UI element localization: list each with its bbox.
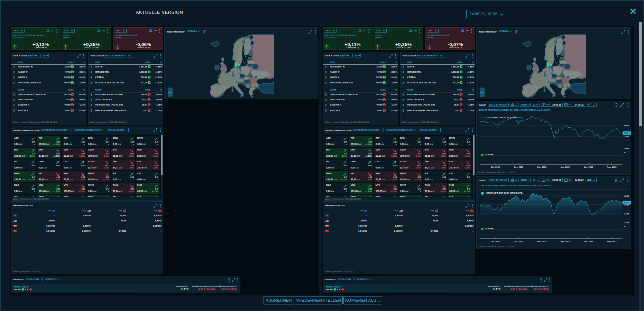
svg-text:3400: 3400	[624, 213, 629, 215]
svg-text:5656,7: 5656,7	[624, 132, 630, 134]
svg-text:0: 0	[624, 152, 626, 154]
svg-text:Jun. 2022: Jun. 2022	[584, 166, 594, 168]
svg-text:3500: 3500	[624, 136, 629, 138]
svg-text:Okt. 2021: Okt. 2021	[491, 166, 500, 168]
svg-text:3000: 3000	[624, 147, 629, 149]
svg-text:0: 0	[624, 226, 626, 228]
svg-text:Jun. 2022: Jun. 2022	[584, 240, 594, 243]
svg-text:Feb. 2022: Feb. 2022	[537, 166, 547, 168]
svg-text:Feb. 2022: Feb. 2022	[537, 240, 547, 243]
svg-text:Apr. 2022: Apr. 2022	[561, 166, 570, 168]
svg-text:Aug. 2022: Aug. 2022	[607, 240, 617, 243]
svg-text:3200: 3200	[624, 221, 629, 223]
svg-text:4000: 4000	[624, 125, 629, 127]
svg-text:3645,74: 3645,74	[624, 202, 631, 204]
svg-text:Okt. 2021: Okt. 2021	[491, 240, 500, 243]
svg-text:Dez. 2021: Dez. 2021	[514, 240, 524, 243]
svg-text:Aug. 2022: Aug. 2022	[607, 166, 617, 168]
svg-text:3800: 3800	[624, 195, 629, 197]
svg-text:Apr. 2022: Apr. 2022	[561, 240, 570, 243]
svg-text:Dez. 2021: Dez. 2021	[514, 166, 524, 168]
